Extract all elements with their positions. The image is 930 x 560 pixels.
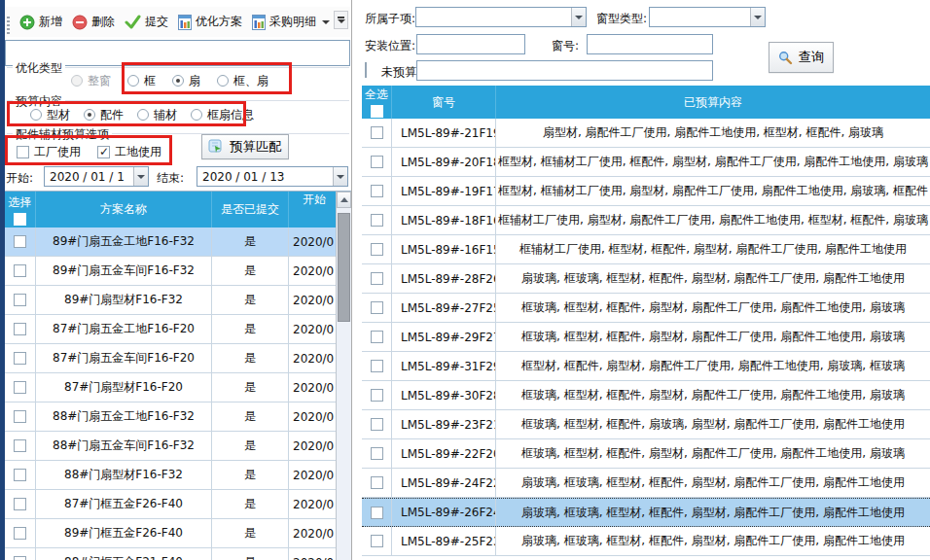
plan-row[interactable]: 89#门扇五金车间F16-F32 是 2020/0: [5, 257, 351, 286]
toolbar-overflow-button[interactable]: [334, 11, 348, 29]
row-checkbox[interactable]: [14, 498, 26, 510]
date-start-picker[interactable]: 2020 / 01 / 1: [44, 166, 149, 187]
window-row[interactable]: LM5L-89#-22F20 框玻璃, 框型材, 框配件, 扇型材, 扇配件工厂…: [362, 439, 930, 469]
optimize-plan-label: 优化方案: [196, 14, 242, 30]
row-checkbox[interactable]: [14, 264, 26, 277]
vertical-scrollbar[interactable]: [336, 192, 351, 560]
window-row[interactable]: LM5L-89#-27F25 框玻璃, 框型材, 框配件, 扇型材, 扇配件工厂…: [362, 294, 930, 323]
select-all-checkbox[interactable]: [371, 105, 383, 118]
no-budget-input[interactable]: [416, 60, 713, 81]
row-checkbox[interactable]: [14, 527, 26, 540]
plan-row[interactable]: 89#门扇型材F16-F32 是 2020/0: [5, 286, 351, 315]
usage-checkbox[interactable]: 工地使用: [97, 144, 161, 160]
row-checkbox[interactable]: [371, 360, 383, 372]
row-checkbox[interactable]: [371, 535, 383, 547]
row-checkbox[interactable]: [371, 214, 383, 227]
combo-dropdown-button[interactable]: [571, 8, 586, 26]
row-checkbox[interactable]: [14, 352, 26, 365]
budgeted-content-column-header[interactable]: 已预算内容: [496, 86, 930, 119]
select-all-checkbox[interactable]: [14, 213, 26, 226]
window-row[interactable]: LM5L-89#-28F26 扇玻璃, 框玻璃, 框型材, 框配件, 扇型材, …: [362, 264, 930, 294]
window-no-input[interactable]: [587, 34, 713, 54]
window-row[interactable]: LM5L-89#-18F16 框辅材工厂使用, 扇型材, 扇配件工厂使用, 扇配…: [362, 206, 930, 235]
submit-button[interactable]: 提交: [120, 11, 173, 33]
submitted-column-header[interactable]: 是否已提交: [212, 192, 289, 228]
window-row[interactable]: LM5L-89#-19F17 框型材, 框辅材工厂使用, 扇型材, 扇配件工厂使…: [362, 177, 930, 206]
budget-content-radio[interactable]: 辅材: [137, 107, 177, 123]
no-budget-checkbox[interactable]: [365, 62, 367, 78]
dropdown-caret-icon[interactable]: [322, 20, 330, 24]
opt-type-radio[interactable]: 扇: [172, 73, 200, 89]
budget-content-radio[interactable]: 框扇信息: [191, 107, 254, 123]
window-row[interactable]: LM5L-89#-21F19 扇型材, 扇配件工厂使用, 扇配件工地使用, 框型…: [362, 119, 930, 148]
window-row[interactable]: LM5L-89#-16F15 框辅材工厂使用, 框型材, 框配件, 扇型材, 扇…: [362, 235, 930, 264]
row-checkbox[interactable]: [14, 381, 26, 394]
row-checkbox[interactable]: [371, 418, 383, 431]
window-row[interactable]: LM5L-89#-25F23 扇玻璃, 框玻璃, 框型材, 框配件, 扇型材, …: [362, 527, 930, 556]
plan-row[interactable]: 87#门扇五金车间F16-F20 是 2020/0: [5, 344, 351, 373]
plan-row[interactable]: 87#门扇型材F16-F20 是 2020/0: [5, 373, 351, 402]
combo-dropdown-button[interactable]: [750, 8, 765, 26]
window-no-column-header[interactable]: 窗号: [392, 86, 496, 119]
row-checkbox[interactable]: [371, 447, 383, 460]
install-position-label: 安装位置:: [365, 38, 415, 54]
row-checkbox[interactable]: [371, 476, 383, 489]
install-position-input[interactable]: [416, 34, 525, 54]
window-row[interactable]: LM5L-89#-24F22 扇玻璃, 框玻璃, 框型材, 框配件, 扇型材, …: [362, 469, 930, 498]
budget-content-radio[interactable]: 型材: [30, 107, 70, 123]
plan-row[interactable]: 88#门扇五金工地F16-F32 是 2020/0: [5, 402, 351, 432]
plan-row[interactable]: 87#门扇五金工地F16-F20 是 2020/0: [5, 315, 351, 344]
window-row[interactable]: LM5L-89#-23F21 框玻璃, 框型材, 框配件, 扇玻璃, 扇型材, …: [362, 410, 930, 439]
row-select-cell: [362, 499, 392, 526]
query-button[interactable]: 查询: [769, 42, 834, 73]
delete-button[interactable]: 删除: [67, 11, 120, 33]
row-checkbox[interactable]: [371, 156, 383, 168]
opt-type-radio[interactable]: 框、扇: [217, 73, 268, 89]
plan-row[interactable]: 89#门框五金F26-F40 是 2020/0: [5, 519, 351, 548]
date-dropdown-button[interactable]: [333, 167, 347, 186]
plan-row[interactable]: 87#门框五金F26-F40 是 2020/0: [5, 490, 351, 519]
window-row[interactable]: LM5L-89#-26F24 扇玻璃, 框玻璃, 框型材, 框配件, 扇型材, …: [362, 498, 930, 527]
plan-row[interactable]: 88#门扇型材F16-F32 是 2020/0: [5, 461, 351, 490]
plan-name-column-header[interactable]: 方案名称: [36, 192, 212, 228]
usage-checkbox[interactable]: 工厂使用: [17, 144, 81, 160]
row-checkbox[interactable]: [14, 556, 26, 560]
window-row[interactable]: LM5L-89#-30F28 框玻璃, 框型材, 框配件, 扇型材, 扇配件工厂…: [362, 381, 930, 410]
scrollbar-thumb[interactable]: [338, 213, 350, 322]
budget-content-radio[interactable]: 配件: [84, 107, 124, 123]
row-checkbox[interactable]: [14, 410, 26, 423]
row-checkbox[interactable]: [371, 331, 383, 343]
budget-match-button[interactable]: 预算匹配: [201, 134, 289, 159]
row-checkbox[interactable]: [14, 439, 26, 452]
date-dropdown-button[interactable]: [133, 167, 148, 186]
plan-name-cell: 87#门扇五金工地F16-F20: [36, 315, 212, 343]
opt-type-radio[interactable]: 整窗: [71, 73, 111, 89]
scroll-up-button[interactable]: [337, 192, 351, 208]
row-checkbox[interactable]: [14, 235, 26, 248]
row-checkbox[interactable]: [371, 272, 383, 285]
add-button[interactable]: 新增: [15, 11, 67, 33]
opt-type-radio[interactable]: 框: [127, 73, 156, 89]
plan-row[interactable]: 88#门框五金F21-F40 是 2020/0: [5, 548, 351, 560]
window-row[interactable]: LM5L-89#-20F18 框型材, 框辅材工厂使用, 框配件, 扇型材, 扇…: [362, 148, 930, 177]
row-checkbox[interactable]: [14, 323, 26, 335]
row-checkbox[interactable]: [14, 469, 26, 481]
plan-row[interactable]: 89#门扇五金工地F16-F32 是 2020/0: [5, 228, 351, 257]
row-checkbox[interactable]: [371, 389, 383, 402]
row-checkbox[interactable]: [371, 301, 383, 314]
date-end-picker[interactable]: 2020 / 01 / 13: [197, 166, 348, 187]
window-type-combobox[interactable]: [649, 7, 766, 27]
window-row[interactable]: LM5L-89#-31F29 框型材, 框配件, 扇型材, 扇配件工厂使用, 扇…: [362, 352, 930, 381]
row-checkbox[interactable]: [371, 126, 383, 139]
window-row[interactable]: LM5L-89#-29F27 框玻璃, 框型材, 框配件, 扇型材, 扇配件工厂…: [362, 323, 930, 352]
row-checkbox[interactable]: [371, 243, 383, 256]
row-checkbox[interactable]: [371, 507, 383, 519]
optimize-plan-button[interactable]: 优化方案: [173, 11, 247, 33]
plan-row[interactable]: 88#门扇五金车间F16-F32 是 2020/0: [5, 432, 351, 461]
sub-item-combobox[interactable]: [415, 7, 587, 27]
row-checkbox[interactable]: [14, 294, 26, 306]
toolbar-grip[interactable]: [7, 17, 10, 34]
purchase-detail-button[interactable]: 采购明细: [247, 11, 335, 33]
start-column-header[interactable]: 开始: [289, 192, 336, 228]
row-checkbox[interactable]: [371, 185, 383, 197]
